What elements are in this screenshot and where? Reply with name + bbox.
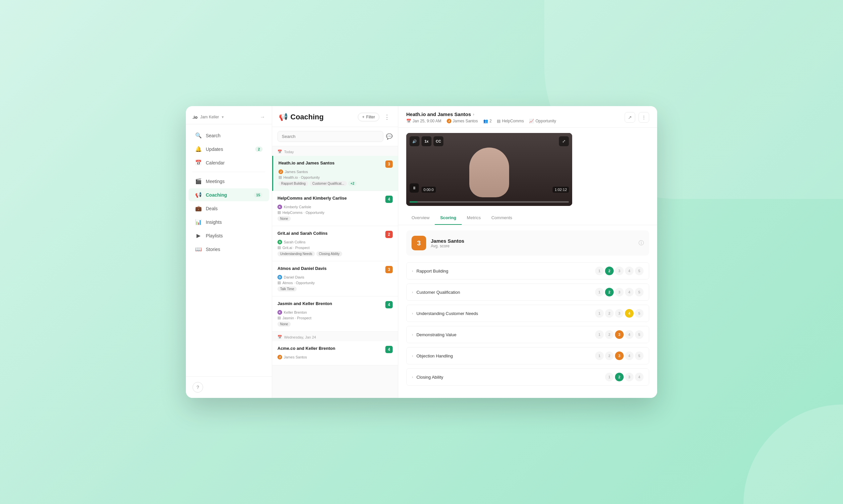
- score-dot-4[interactable]: 4: [625, 309, 634, 318]
- nav-header: .io Jam Keller ▾ →: [186, 106, 272, 124]
- score-dot-4[interactable]: 4: [625, 267, 634, 275]
- date-icon: 📅: [406, 119, 411, 123]
- session-card[interactable]: Acme.co and Keller Brenton 4 J James San…: [272, 341, 398, 365]
- score-category-row[interactable]: › Customer Qualification 1 2 3 4 5: [407, 284, 649, 301]
- score-dot-2[interactable]: 2: [605, 309, 614, 318]
- session-meta: J James Santos: [278, 169, 393, 174]
- score-dot-2[interactable]: 2: [605, 267, 614, 275]
- more-button[interactable]: ⋮: [639, 112, 649, 123]
- filter-label: Filter: [366, 115, 375, 119]
- score-dot-4[interactable]: 4: [625, 288, 634, 296]
- coaching-badge: 15: [254, 192, 262, 198]
- session-meta: K Keller Brenton: [277, 310, 393, 315]
- score-category-row[interactable]: › Understanding Customer Needs 1 2 3 4 5: [407, 305, 649, 322]
- score-dot-3[interactable]: 3: [615, 288, 624, 296]
- score-dot-4[interactable]: 4: [635, 373, 643, 381]
- score-dot-5[interactable]: 5: [635, 309, 643, 318]
- session-card[interactable]: Jasmin and Keller Brenton 4 K Keller Bre…: [272, 296, 398, 331]
- score-category-row[interactable]: › Closing Ability 1 2 3 4: [407, 369, 649, 385]
- sidebar-item-search[interactable]: 🔍 Search: [189, 129, 269, 142]
- help-button[interactable]: ?: [192, 382, 203, 393]
- insights-icon: 📊: [195, 219, 202, 225]
- share-button[interactable]: ↗: [625, 112, 635, 123]
- session-card[interactable]: Grit.ai and Sarah Collins 2 S Sarah Coll…: [272, 226, 398, 261]
- sidebar-item-insights[interactable]: 📊 Insights: [189, 216, 269, 229]
- session-card[interactable]: HelpComms and Kimberly Carlise 4 K Kimbe…: [272, 191, 398, 226]
- meta-type: 📈 Opportunity: [529, 119, 556, 123]
- score-category-row[interactable]: › Rapport Building 1 2 3 4 5: [407, 263, 649, 279]
- company-text: Health.io · Opportunity: [283, 175, 320, 179]
- score-dot-1[interactable]: 1: [595, 267, 604, 275]
- sidebar-item-updates[interactable]: 🔔 Updates 2: [189, 143, 269, 156]
- score-dot-3[interactable]: 3: [615, 267, 624, 275]
- tab-scoring[interactable]: Scoring: [435, 211, 461, 225]
- score-dot-4[interactable]: 4: [625, 352, 634, 360]
- score-dots: 1 2 3 4: [605, 373, 643, 381]
- header-actions: ↗ ⋮: [625, 112, 649, 123]
- sidebar-item-meetings[interactable]: 🎬 Meetings: [189, 175, 269, 188]
- meta-rep-text: James Santos: [453, 119, 478, 123]
- tag-none: None: [277, 216, 291, 221]
- score-help-icon[interactable]: ⓘ: [639, 240, 644, 247]
- score-category-row[interactable]: › Objection Handling 1 2 3 4 5: [407, 347, 649, 364]
- sidebar-item-stories[interactable]: 📖 Stories: [189, 243, 269, 256]
- sidebar-item-calendar[interactable]: 📅 Calendar: [189, 156, 269, 169]
- score-dot-4[interactable]: 4: [625, 330, 634, 339]
- sidebar-item-deals[interactable]: 💼 Deals: [189, 202, 269, 215]
- captions-button[interactable]: CC: [433, 136, 443, 146]
- breadcrumb: Heath.io and James Santos ›: [406, 111, 556, 117]
- score-dot-1[interactable]: 1: [595, 309, 604, 318]
- tab-overview[interactable]: Overview: [406, 211, 435, 225]
- score-dot-2[interactable]: 2: [605, 288, 614, 296]
- score-dot-1[interactable]: 1: [595, 288, 604, 296]
- company-meta-icon: ▤: [497, 119, 500, 123]
- score-dot-5[interactable]: 5: [635, 330, 643, 339]
- session-card[interactable]: Atmos and Daniel Davis 3 D Daniel Davis …: [272, 261, 398, 296]
- score-dot-5[interactable]: 5: [635, 267, 643, 275]
- date-section-label-text: Wednesday, Jan 24: [284, 335, 316, 339]
- sidebar-item-coaching[interactable]: 📢 Coaching 15: [189, 188, 269, 201]
- company-text: Grit.ai · Prospect: [282, 246, 310, 250]
- nav-account[interactable]: .io Jam Keller ▾: [192, 115, 224, 120]
- score-dot-5[interactable]: 5: [635, 288, 643, 296]
- speed-button[interactable]: 1x: [422, 136, 431, 146]
- score-dot-3[interactable]: 3: [625, 373, 634, 381]
- category-name: Objection Handling: [416, 354, 595, 358]
- bell-icon: 🔔: [195, 146, 202, 152]
- score-dot-3[interactable]: 3: [615, 330, 624, 339]
- score-header: 3 James Santos Avg. score ⓘ: [406, 231, 649, 256]
- filter-button[interactable]: + Filter: [358, 113, 379, 121]
- expand-video-button[interactable]: ⤢: [559, 136, 569, 146]
- score-dot-2[interactable]: 2: [615, 373, 624, 381]
- rep-icon: K: [277, 204, 282, 209]
- expand-icon[interactable]: →: [260, 114, 265, 120]
- score-dot-5[interactable]: 5: [635, 352, 643, 360]
- score-dot-1[interactable]: 1: [595, 352, 604, 360]
- score-dot-2[interactable]: 2: [605, 330, 614, 339]
- rep-name: Keller Brenton: [284, 310, 307, 314]
- middle-panel: 📢 Coaching + Filter ⋮ 💬 📅 Today: [272, 106, 398, 398]
- meta-type-text: Opportunity: [535, 119, 556, 123]
- sidebar-item-playlists[interactable]: ▶ Playlists: [189, 229, 269, 242]
- score-dot-1[interactable]: 1: [605, 373, 614, 381]
- left-nav: .io Jam Keller ▾ → 🔍 Search 🔔 Updates 2 …: [186, 106, 272, 398]
- score-category-row[interactable]: › Demonstrating Value 1 2 3 4 5: [407, 326, 649, 343]
- tab-metrics[interactable]: Metrics: [462, 211, 486, 225]
- tab-comments[interactable]: Comments: [486, 211, 517, 225]
- session-meta: S Sarah Collins: [277, 240, 393, 245]
- pause-button[interactable]: ⏸: [410, 183, 419, 193]
- score-dot-3[interactable]: 3: [615, 309, 624, 318]
- volume-button[interactable]: 🔊: [410, 136, 419, 146]
- video-progress-bar[interactable]: [410, 201, 569, 203]
- session-card[interactable]: Heath.io and James Santos 3 J James Sant…: [272, 156, 398, 191]
- account-user: Jam Keller: [200, 115, 219, 119]
- message-icon[interactable]: 💬: [386, 133, 393, 140]
- sidebar-item-label: Playlists: [206, 233, 223, 238]
- more-options-icon[interactable]: ⋮: [383, 112, 391, 122]
- score-dot-1[interactable]: 1: [595, 330, 604, 339]
- score-dot-3[interactable]: 3: [615, 352, 624, 360]
- session-badge: 3: [385, 161, 393, 168]
- category-name: Understanding Customer Needs: [416, 311, 595, 316]
- search-input[interactable]: [277, 131, 383, 142]
- score-dot-2[interactable]: 2: [605, 352, 614, 360]
